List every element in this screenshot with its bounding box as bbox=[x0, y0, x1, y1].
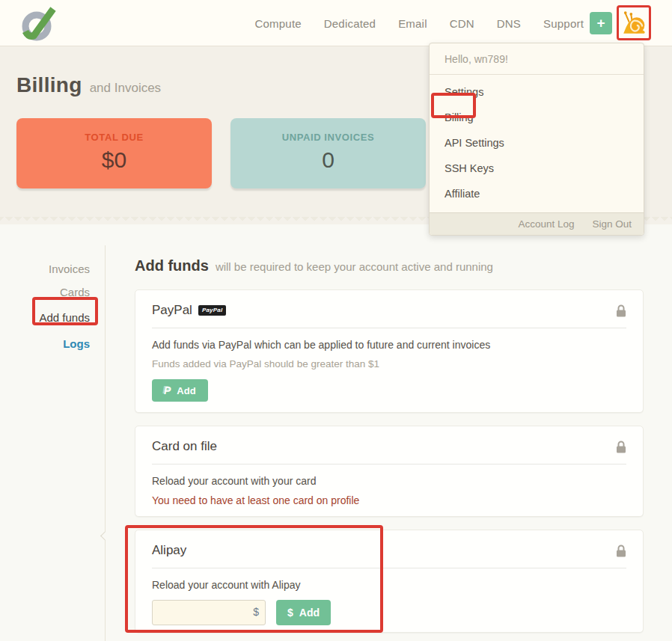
lock-icon bbox=[616, 545, 626, 557]
section-heading-note: will be required to keep your account ac… bbox=[216, 260, 493, 273]
card-on-file-panel: Card on file Reload your account with yo… bbox=[135, 426, 644, 517]
section-heading: Add funds will be required to keep your … bbox=[135, 257, 644, 275]
lock-icon bbox=[616, 304, 626, 317]
alipay-panel-header: Alipay bbox=[152, 530, 626, 568]
nav-item-dedicated[interactable]: Dedicated bbox=[324, 17, 376, 30]
alipay-amount-row: $ $ Add bbox=[152, 600, 626, 625]
nav-links: Compute Dedicated Email CDN DNS Support bbox=[255, 0, 584, 46]
annotation-avatar-highlight bbox=[617, 5, 651, 40]
paypal-title-text: PayPal bbox=[152, 303, 192, 318]
greeting-text: Hello, wn789! bbox=[430, 43, 644, 75]
unpaid-invoices-card: UNPAID INVOICES 0 bbox=[230, 118, 426, 188]
paypal-add-button[interactable]: P Add bbox=[152, 379, 208, 402]
menu-item-api-settings[interactable]: API Settings bbox=[430, 130, 644, 156]
total-due-value: $0 bbox=[16, 147, 212, 173]
card-description: Reload your account with your card bbox=[152, 475, 626, 487]
page-title-main: Billing bbox=[16, 73, 82, 97]
add-funds-section: Add funds will be required to keep your … bbox=[135, 257, 644, 641]
brand-logo-icon[interactable] bbox=[19, 5, 57, 43]
unpaid-invoices-label: UNPAID INVOICES bbox=[230, 132, 426, 143]
card-on-file-title: Card on file bbox=[152, 439, 217, 454]
sidebar-divider bbox=[105, 245, 106, 641]
dropdown-footer: Account Log Sign Out bbox=[430, 212, 644, 235]
alipay-panel-body: Reload your account with Alipay $ $ Add bbox=[152, 568, 626, 640]
top-navbar: Compute Dedicated Email CDN DNS Support … bbox=[0, 0, 672, 46]
paypal-minimum-note: Funds added via PayPal should be greater… bbox=[152, 358, 626, 369]
nav-item-email[interactable]: Email bbox=[398, 17, 427, 30]
paypal-title: PayPal PayPal bbox=[152, 303, 226, 318]
card-error-message: You need to have at least one card on pr… bbox=[152, 494, 626, 506]
alipay-add-button[interactable]: $ Add bbox=[276, 600, 331, 625]
nav-item-support[interactable]: Support bbox=[543, 17, 584, 30]
paypal-p-icon: P bbox=[164, 384, 171, 396]
paypal-description: Add funds via PayPal which can be applie… bbox=[152, 339, 626, 351]
card-on-file-title-text: Card on file bbox=[152, 439, 217, 454]
active-item-caret bbox=[100, 531, 110, 541]
menu-item-billing[interactable]: Billing bbox=[430, 105, 644, 130]
menu-item-ssh-keys[interactable]: SSH Keys bbox=[430, 156, 644, 181]
total-due-card: TOTAL DUE $0 bbox=[16, 118, 212, 188]
total-due-label: TOTAL DUE bbox=[16, 132, 212, 143]
paypal-panel: PayPal PayPal Add funds via PayPal which… bbox=[135, 289, 644, 413]
paypal-badge: PayPal bbox=[198, 305, 226, 316]
billing-sidebar: Invoices Cards Add funds Logs bbox=[0, 257, 90, 355]
page-title-sub: and Invoices bbox=[90, 81, 161, 96]
menu-item-settings[interactable]: Settings bbox=[430, 79, 644, 105]
alipay-description: Reload your account with Alipay bbox=[152, 579, 626, 591]
currency-suffix: $ bbox=[253, 606, 259, 618]
paypal-add-label: Add bbox=[177, 385, 195, 396]
nav-item-dns[interactable]: DNS bbox=[497, 17, 521, 30]
sign-out-link[interactable]: Sign Out bbox=[592, 218, 632, 230]
sidebar-item-add-funds[interactable]: Add funds bbox=[0, 304, 90, 332]
nav-item-cdn[interactable]: CDN bbox=[450, 17, 474, 30]
alipay-title-text: Alipay bbox=[152, 543, 186, 558]
account-log-link[interactable]: Account Log bbox=[518, 218, 574, 230]
deploy-plus-button[interactable]: + bbox=[590, 12, 612, 34]
alipay-amount-input[interactable] bbox=[152, 600, 266, 625]
billing-content: Invoices Cards Add funds Logs Add funds … bbox=[0, 224, 672, 641]
card-panel-body: Reload your account with your card You n… bbox=[152, 464, 626, 521]
user-dropdown-menu: Hello, wn789! Settings Billing API Setti… bbox=[429, 43, 644, 236]
nav-item-compute[interactable]: Compute bbox=[255, 17, 302, 30]
paypal-panel-header: PayPal PayPal bbox=[152, 290, 626, 328]
unpaid-invoices-value: 0 bbox=[230, 147, 426, 173]
card-panel-header: Card on file bbox=[152, 426, 626, 464]
sidebar-item-cards[interactable]: Cards bbox=[0, 280, 90, 304]
section-heading-title: Add funds bbox=[135, 257, 209, 275]
lock-icon bbox=[616, 441, 626, 453]
snail-avatar-icon[interactable] bbox=[620, 9, 648, 37]
sidebar-item-logs[interactable]: Logs bbox=[0, 332, 90, 355]
sidebar-item-invoices[interactable]: Invoices bbox=[0, 257, 90, 280]
dropdown-items: Settings Billing API Settings SSH Keys A… bbox=[430, 75, 644, 212]
paypal-panel-body: Add funds via PayPal which can be applie… bbox=[152, 328, 626, 417]
menu-item-affiliate[interactable]: Affiliate bbox=[430, 181, 644, 206]
alipay-title: Alipay bbox=[152, 543, 186, 558]
billing-page: Compute Dedicated Email CDN DNS Support … bbox=[0, 0, 672, 641]
alipay-panel: Alipay Reload your account with Alipay $ bbox=[135, 530, 644, 633]
alipay-add-label: Add bbox=[299, 607, 320, 619]
amount-field-wrap: $ bbox=[152, 600, 266, 625]
dollar-icon: $ bbox=[287, 607, 293, 619]
